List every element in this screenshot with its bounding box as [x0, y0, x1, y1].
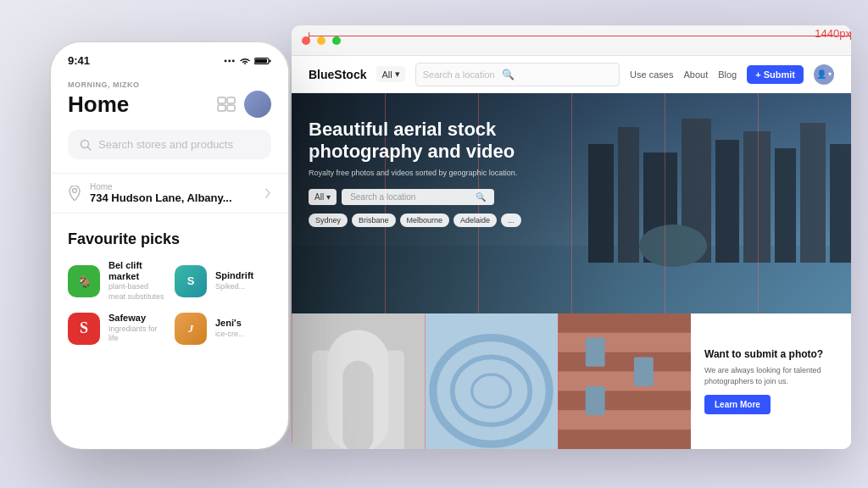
- mobile-page-title-text: Home: [68, 92, 129, 118]
- store-logo-safeway: S: [68, 313, 100, 345]
- width-line: [309, 36, 851, 36]
- nav-search-placeholder: Search a location: [423, 69, 495, 80]
- image-cell-cta: Want to submit a photo? We are always lo…: [691, 313, 851, 449]
- hero-tags: Sydney Brisbane Melbourne Adelaide ...: [309, 214, 521, 227]
- svg-rect-34: [255, 58, 267, 63]
- store-info-bel-clift: Bel clift market plant-based meat substi…: [108, 260, 164, 302]
- strip-grid-3: [558, 313, 559, 449]
- expand-icon[interactable]: [217, 97, 236, 112]
- location-pin-icon: [68, 186, 81, 201]
- svg-rect-38: [227, 105, 235, 111]
- mobile-location-row[interactable]: Home 734 Hudson Lane, Albany...: [51, 173, 288, 214]
- hero-tag-brisbane[interactable]: Brisbane: [352, 214, 396, 227]
- svg-rect-33: [270, 59, 271, 62]
- hero-tag-more[interactable]: ...: [501, 214, 521, 227]
- nav-search-bar[interactable]: Search a location 🔍: [415, 63, 620, 86]
- list-item[interactable]: S Safeway Ingrediants for life: [68, 313, 164, 345]
- list-item[interactable]: S Spindrift Spiked...: [175, 260, 271, 302]
- mobile-search-bar[interactable]: Search stores and products: [68, 130, 271, 159]
- store-grid: 🐐 Bel clift market plant-based meat subs…: [68, 260, 271, 345]
- hero-filter-chevron: ▾: [326, 192, 331, 202]
- desktop-mockup: BlueStock All ▾ Search a location 🔍 Use …: [292, 25, 851, 449]
- hero-tag-melbourne[interactable]: Melbourne: [400, 214, 450, 227]
- nav-link-usecases[interactable]: Use cases: [630, 69, 673, 80]
- image-cell-arch: [292, 313, 425, 449]
- mobile-status-bar: 9:41 ▪▪▪: [68, 54, 271, 67]
- store-info-jenis: Jeni's ice-cre...: [215, 318, 245, 339]
- mobile-greeting: MORNING, MIZKO: [68, 80, 271, 89]
- website-content: BlueStock All ▾ Search a location 🔍 Use …: [292, 56, 851, 449]
- section-title: Favourite picks: [68, 230, 271, 248]
- hero-search-bar: All ▾ Search a location 🔍: [309, 189, 521, 205]
- nav-submit-button[interactable]: + Submit: [747, 65, 804, 84]
- status-icons: ▪▪▪: [224, 56, 271, 65]
- strip-grid-1: [292, 313, 292, 449]
- store-info-safeway: Safeway Ingrediants for life: [108, 313, 164, 344]
- nav-search-icon: 🔍: [502, 69, 515, 80]
- store-desc: Spiked...: [215, 282, 253, 292]
- hero-filter-label: All: [314, 192, 324, 202]
- image-strip: Want to submit a photo? We are always lo…: [292, 313, 851, 449]
- store-logo-jenis: J: [175, 313, 207, 345]
- hero-text-block: Beautiful aerial stock photography and v…: [309, 119, 521, 227]
- hero-tag-sydney[interactable]: Sydney: [309, 214, 348, 227]
- location-chevron-icon: [264, 187, 271, 199]
- browser-dot-min[interactable]: [317, 36, 326, 45]
- nav-filter-dropdown[interactable]: All ▾: [376, 66, 404, 82]
- svg-rect-37: [218, 105, 225, 111]
- store-info-spindrift: Spindrift Spiked...: [215, 270, 253, 291]
- mobile-body: Favourite picks 🐐 Bel clift market plant…: [51, 230, 288, 345]
- mobile-title-icons: [217, 91, 271, 118]
- store-logo-bel-clift: 🐐: [68, 265, 100, 297]
- svg-text:S: S: [187, 274, 195, 287]
- mobile-location-address: 734 Hudson Lane, Albany...: [90, 191, 256, 204]
- svg-rect-16: [342, 361, 373, 449]
- nav-filter-label: All: [381, 69, 392, 80]
- svg-rect-36: [227, 97, 235, 103]
- wifi-icon: [239, 57, 251, 65]
- mobile-user-avatar[interactable]: [244, 91, 271, 118]
- hero-search-input[interactable]: Search a location 🔍: [342, 189, 494, 205]
- hero-subtitle: Royalty free photos and videos sorted by…: [309, 169, 521, 177]
- nav-avatar-chevron: ▾: [828, 70, 832, 78]
- cta-title: Want to submit a photo?: [704, 348, 837, 360]
- battery-icon: [254, 57, 271, 65]
- nav-links: Use cases About Blog: [630, 69, 737, 80]
- signal-icon: ▪▪▪: [224, 56, 236, 65]
- image-cell-brick: [558, 313, 691, 449]
- store-name: Spindrift: [215, 270, 253, 281]
- nav-avatar-initials: 👤: [816, 69, 826, 79]
- svg-rect-22: [558, 313, 691, 333]
- svg-point-41: [73, 189, 77, 193]
- list-item[interactable]: J Jeni's ice-cre...: [175, 313, 271, 345]
- browser-dot-max[interactable]: [332, 36, 341, 45]
- nav-avatar[interactable]: 👤 ▾: [814, 64, 834, 85]
- hero-filter-dropdown[interactable]: All ▾: [309, 189, 337, 205]
- svg-rect-26: [558, 391, 691, 410]
- store-name: Bel clift market: [108, 260, 164, 282]
- svg-rect-29: [586, 338, 605, 367]
- svg-rect-27: [558, 410, 691, 430]
- browser-chrome: [292, 25, 851, 56]
- store-desc: Ingrediants for life: [108, 324, 164, 344]
- store-desc: plant-based meat substitutes: [108, 282, 164, 302]
- nav-link-about[interactable]: About: [683, 69, 708, 80]
- canvas: 1440px BlueStock All ▾ Search a location…: [0, 0, 868, 488]
- width-label: 1440px: [815, 27, 851, 40]
- status-time: 9:41: [68, 54, 90, 67]
- image-cell-dome: [425, 313, 558, 449]
- spindrift-logo-icon: S: [181, 272, 200, 291]
- cta-desc: We are always looking for talented photo…: [704, 365, 837, 386]
- mobile-mockup: 9:41 ▪▪▪ MORNING, MIZKO: [51, 42, 288, 449]
- website-hero: Beautiful aerial stock photography and v…: [292, 93, 851, 313]
- hero-tag-adelaide[interactable]: Adelaide: [453, 214, 497, 227]
- list-item[interactable]: 🐐 Bel clift market plant-based meat subs…: [68, 260, 164, 302]
- strip-grid-2: [425, 313, 426, 449]
- svg-rect-35: [218, 97, 225, 103]
- nav-link-blog[interactable]: Blog: [718, 69, 737, 80]
- mobile-notch-area: 9:41 ▪▪▪ MORNING, MIZKO: [51, 42, 288, 159]
- svg-rect-28: [558, 430, 691, 449]
- cta-learn-more-button[interactable]: Learn More: [704, 395, 771, 414]
- mobile-search-icon: [80, 139, 92, 151]
- svg-rect-23: [558, 333, 691, 352]
